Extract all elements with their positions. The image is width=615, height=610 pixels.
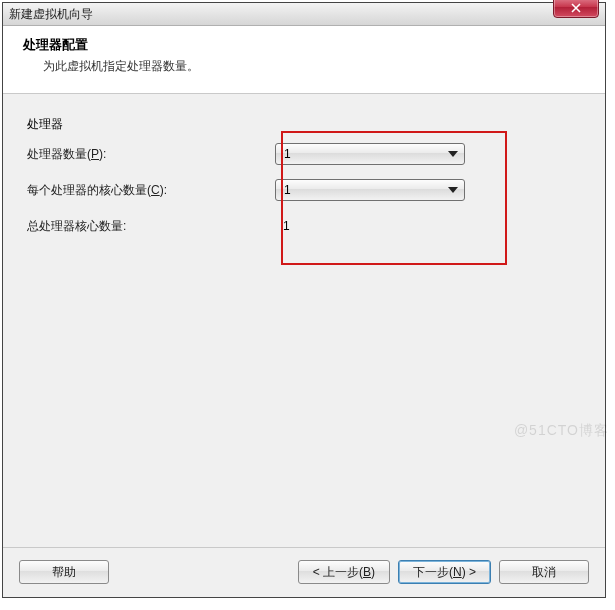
help-button[interactable]: 帮助 (19, 560, 109, 584)
row-cores-per-processor: 每个处理器的核心数量(C): 1 (27, 179, 581, 201)
page-subtitle: 为此虚拟机指定处理器数量。 (23, 54, 585, 75)
next-button[interactable]: 下一步(N) > (398, 560, 491, 584)
value-total-cores: 1 (275, 219, 290, 233)
title-bar: 新建虚拟机向导 (3, 3, 605, 26)
chevron-down-icon (448, 151, 458, 157)
combo-processor-count-value: 1 (284, 147, 291, 161)
combo-cores-per-processor-value: 1 (284, 183, 291, 197)
section-processors-label: 处理器 (27, 116, 581, 133)
row-total-cores: 总处理器核心数量: 1 (27, 215, 581, 237)
watermark: @51CTO博客 (514, 422, 609, 440)
close-icon (570, 3, 582, 13)
page-title: 处理器配置 (23, 36, 585, 54)
back-button[interactable]: < 上一步(B) (298, 560, 390, 584)
chevron-down-icon (448, 187, 458, 193)
label-processor-count: 处理器数量(P): (27, 146, 275, 163)
window-title: 新建虚拟机向导 (9, 7, 93, 21)
wizard-body: 处理器 处理器数量(P): 1 每个处理器的核心数量(C): 1 总处理器核心数… (3, 94, 605, 547)
label-cores-per-processor: 每个处理器的核心数量(C): (27, 182, 275, 199)
combo-cores-per-processor[interactable]: 1 (275, 179, 465, 201)
wizard-window: 新建虚拟机向导 处理器配置 为此虚拟机指定处理器数量。 处理器 处理器数量(P)… (2, 2, 606, 598)
close-button[interactable] (553, 0, 599, 18)
button-bar: 帮助 < 上一步(B) 下一步(N) > 取消 (3, 547, 605, 597)
cancel-button[interactable]: 取消 (499, 560, 589, 584)
combo-processor-count[interactable]: 1 (275, 143, 465, 165)
row-processor-count: 处理器数量(P): 1 (27, 143, 581, 165)
label-total-cores: 总处理器核心数量: (27, 218, 275, 235)
wizard-header: 处理器配置 为此虚拟机指定处理器数量。 (3, 26, 605, 94)
